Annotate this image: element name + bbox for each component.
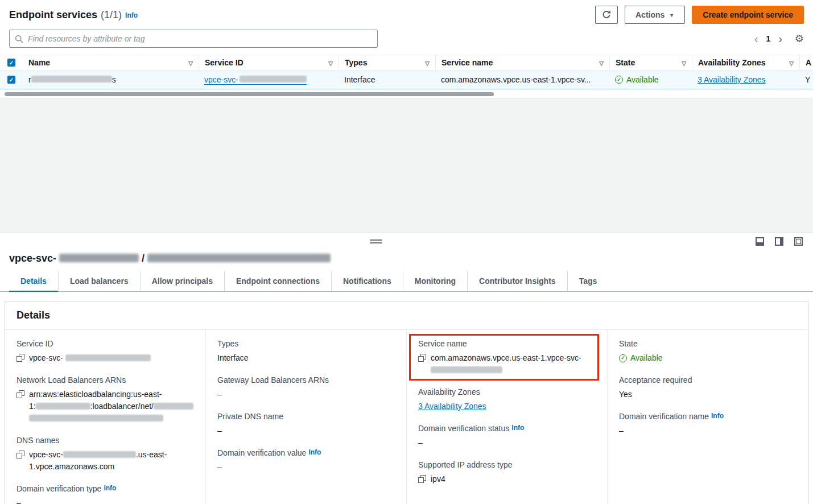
- check-circle-icon: [615, 76, 623, 84]
- info-link[interactable]: Info: [711, 412, 724, 420]
- info-link[interactable]: Info: [125, 11, 138, 19]
- column-header-service-id[interactable]: Service ID: [199, 55, 339, 70]
- select-all-cell: [0, 55, 23, 70]
- tab-monitoring[interactable]: Monitoring: [403, 271, 467, 291]
- current-page[interactable]: 1: [766, 34, 770, 43]
- field-acceptance-required: Acceptance required Yes: [619, 375, 797, 400]
- table-toolbar: 1: [0, 28, 813, 55]
- field-dns-names: DNS names vpce-svc-.us-east- 1.vpce.amaz…: [16, 436, 194, 473]
- tab-endpoint-connections[interactable]: Endpoint connections: [224, 271, 331, 291]
- redacted-text: [240, 76, 307, 82]
- info-link[interactable]: Info: [104, 484, 116, 492]
- resource-count: (1/1): [101, 9, 122, 21]
- filter-icon[interactable]: [328, 58, 333, 67]
- column-header-service-name[interactable]: Service name: [435, 55, 609, 70]
- horizontal-scrollbar-thumb[interactable]: [5, 92, 494, 96]
- copy-icon[interactable]: [418, 475, 426, 483]
- filter-icon[interactable]: [682, 58, 686, 67]
- search-input[interactable]: [28, 34, 372, 43]
- availability-zones-link[interactable]: 3 Availability Zones: [698, 75, 766, 84]
- field-domain-verification-status: Domain verification status Info –: [418, 424, 596, 449]
- tab-load-balancers[interactable]: Load balancers: [58, 271, 140, 291]
- field-availability-zones: Availability Zones 3 Availability Zones: [418, 387, 596, 412]
- filter-icon[interactable]: [789, 58, 794, 67]
- row-checkbox[interactable]: [7, 76, 15, 84]
- detail-split-panel: vpce-svc- / Details Load balancers Allow…: [0, 233, 813, 504]
- search-icon: [15, 35, 23, 43]
- panel-position-side-icon[interactable]: [775, 237, 783, 246]
- panel-position-bottom-icon[interactable]: [756, 237, 764, 246]
- detail-tabs: Details Load balancers Allow principals …: [0, 271, 813, 292]
- field-state: State Available: [619, 339, 797, 364]
- select-all-checkbox[interactable]: [7, 59, 15, 67]
- field-gateway-load-balancers-arns: Gateway Load Balancers ARNs –: [217, 375, 395, 400]
- filter-icon[interactable]: [188, 58, 193, 67]
- row-service-id-cell: vpce-svc-: [199, 71, 339, 89]
- field-domain-verification-type: Domain verification type Info –: [16, 484, 194, 504]
- field-supported-ip-address-type: Supported IP address type ipv4: [418, 460, 596, 485]
- field-private-dns-name: Private DNS name –: [217, 412, 395, 437]
- panel-fullscreen-icon[interactable]: [794, 237, 803, 246]
- tab-notifications[interactable]: Notifications: [331, 271, 403, 291]
- caret-down-icon: [669, 10, 674, 19]
- check-circle-icon: [619, 354, 627, 362]
- tab-allow-principals[interactable]: Allow principals: [140, 271, 224, 291]
- page-title-text: Endpoint services: [9, 9, 97, 21]
- redacted-text: [59, 254, 139, 262]
- availability-zones-link[interactable]: 3 Availability Zones: [418, 400, 486, 412]
- settings-gear-icon[interactable]: [795, 32, 804, 45]
- details-card: Details Service ID vpce-svc- Network Loa…: [5, 301, 808, 504]
- column-header-clipped[interactable]: A: [799, 55, 813, 70]
- content-background: [0, 98, 813, 233]
- tab-tags[interactable]: Tags: [567, 271, 609, 291]
- field-service-name: Service name com.amazonaws.vpce.us-east-…: [418, 339, 596, 376]
- redacted-text: [63, 451, 136, 458]
- header-actions: Actions Create endpoint service: [595, 6, 804, 24]
- copy-icon[interactable]: [418, 354, 426, 362]
- actions-button[interactable]: Actions: [625, 6, 685, 24]
- status-badge: Available: [630, 352, 663, 364]
- field-domain-verification-value: Domain verification value Info –: [217, 448, 395, 473]
- table-row[interactable]: r s vpce-svc- Interface com.amazonaws.vp…: [0, 71, 813, 89]
- refresh-button[interactable]: [595, 6, 618, 24]
- field-service-id: Service ID vpce-svc-: [16, 339, 194, 364]
- column-header-availability-zones[interactable]: Availability Zones: [692, 55, 799, 70]
- row-service-name-cell: com.amazonaws.vpce.us-east-1.vpce-sv...: [435, 71, 609, 89]
- service-id-link[interactable]: vpce-svc-: [204, 75, 307, 85]
- redacted-text: [431, 366, 502, 373]
- redacted-text: [154, 403, 193, 410]
- horizontal-scrollbar[interactable]: [0, 89, 813, 98]
- tab-contributor-insights[interactable]: Contributor Insights: [467, 271, 567, 291]
- create-endpoint-service-button[interactable]: Create endpoint service: [692, 6, 804, 24]
- copy-icon[interactable]: [16, 390, 24, 398]
- endpoint-services-list-section: Endpoint services (1/1) Info Actions Cre…: [0, 0, 813, 98]
- copy-icon[interactable]: [16, 354, 24, 362]
- info-link[interactable]: Info: [308, 448, 321, 456]
- row-name-cell: r s: [23, 71, 199, 89]
- search-box[interactable]: [9, 30, 378, 48]
- filter-icon[interactable]: [599, 58, 604, 67]
- details-column-4: State Available Acceptance required Yes …: [607, 330, 808, 504]
- field-types: Types Interface: [217, 339, 395, 364]
- status-badge: Available: [626, 75, 659, 84]
- column-header-types[interactable]: Types: [339, 55, 435, 70]
- tab-details[interactable]: Details: [9, 271, 58, 291]
- split-panel-drag-handle[interactable]: [370, 239, 382, 243]
- filter-icon[interactable]: [425, 58, 430, 67]
- details-column-2: Types Interface Gateway Load Balancers A…: [205, 330, 406, 504]
- previous-page-button[interactable]: [754, 33, 758, 44]
- row-state-cell: Available: [609, 71, 692, 89]
- column-header-name[interactable]: Name: [23, 55, 199, 70]
- table-header-row: Name Service ID Types Service name State…: [0, 55, 813, 71]
- column-header-state[interactable]: State: [609, 55, 692, 70]
- redacted-text: [31, 76, 112, 82]
- next-page-button[interactable]: [778, 33, 782, 44]
- details-card-body: Service ID vpce-svc- Network Load Balanc…: [5, 330, 808, 504]
- info-link[interactable]: Info: [511, 424, 524, 432]
- redacted-text: [29, 415, 163, 422]
- pagination: 1: [754, 32, 804, 45]
- refresh-icon: [602, 10, 611, 19]
- row-select-cell: [0, 71, 23, 89]
- page-header: Endpoint services (1/1) Info Actions Cre…: [0, 0, 813, 28]
- copy-icon[interactable]: [16, 451, 24, 458]
